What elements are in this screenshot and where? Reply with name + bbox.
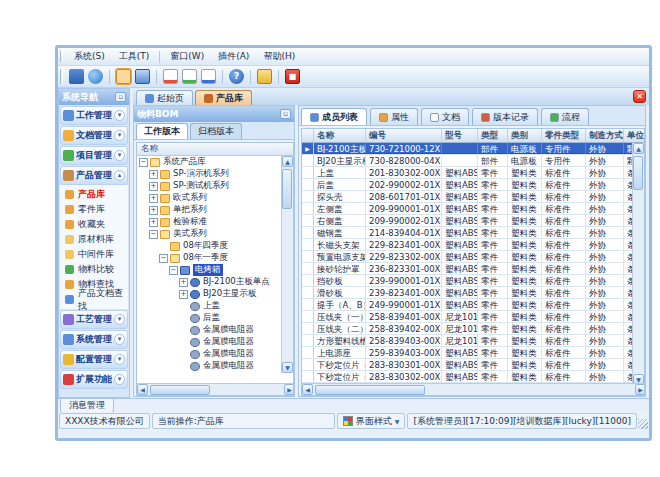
tree-node[interactable]: +检验标准 xyxy=(137,216,283,228)
grid-horizontal-scrollbar[interactable]: ◀ ▶ xyxy=(302,383,645,395)
column-header-单位[interactable]: 单位 xyxy=(624,129,645,142)
tree-node[interactable]: +BJ20主显示板 xyxy=(137,288,283,300)
lock-icon[interactable] xyxy=(257,69,272,84)
monitor-icon[interactable] xyxy=(135,69,150,84)
tree-node[interactable]: −美式系列 xyxy=(137,228,283,240)
tree-node[interactable]: +单把系列 xyxy=(137,204,283,216)
table-row[interactable]: 压线夹（一）258-839401-00X尼龙1010零件塑料类标准件外协条 xyxy=(302,311,633,323)
table-row[interactable]: 下秒定位片（右）283-830302-00X塑料ABS零件塑料类标准件外协条 xyxy=(302,371,633,383)
table-row[interactable]: 后盖202-990002-01X塑料ABS零件塑料类标准件外协条 xyxy=(302,179,633,191)
sidebar-section-工艺管理[interactable]: 工艺管理▾ xyxy=(60,310,128,329)
table-row[interactable]: 上电源座259-839403-00X塑料ABS零件塑料类标准件外协条 xyxy=(302,347,633,359)
table-row[interactable]: 磁钢盖214-839404-01X塑料ABS零件塑料类标准件外协条 xyxy=(302,227,633,239)
settings-icon[interactable] xyxy=(69,69,84,84)
sidebar-section-工作管理[interactable]: 工作管理▾ xyxy=(60,106,128,125)
tab-起始页[interactable]: 起始页 xyxy=(136,90,193,105)
chevron-down-icon[interactable]: ▾ xyxy=(114,354,125,365)
globe-icon[interactable] xyxy=(88,69,103,84)
expand-plus-icon[interactable]: + xyxy=(149,170,158,179)
report-blue-icon[interactable] xyxy=(201,69,216,84)
sidebar-item-产品文档查找[interactable]: 产品文档查找 xyxy=(60,292,128,307)
tab-成员列表[interactable]: 成员列表 xyxy=(301,108,367,125)
tab-文档[interactable]: 文档 xyxy=(421,108,469,125)
scroll-left-icon[interactable]: ◀ xyxy=(137,384,148,395)
tree-node[interactable]: −系统产品库 xyxy=(137,156,283,168)
sidebar-section-产品管理[interactable]: 产品管理▴ xyxy=(60,166,128,185)
table-row[interactable]: 接砂轮护罩236-823301-00X塑料ABS零件塑料类标准件外协条 xyxy=(302,263,633,275)
expand-plus-icon[interactable]: + xyxy=(149,206,158,215)
menu-grip[interactable] xyxy=(60,51,63,63)
column-header-类型[interactable]: 类型 xyxy=(478,129,508,142)
scroll-left-icon[interactable]: ◀ xyxy=(302,384,313,395)
table-row[interactable]: 滑砂板239-823401-00X塑料ABS零件塑料类标准件外协条 xyxy=(302,287,633,299)
sidebar-section-扩展功能[interactable]: 扩展功能▾ xyxy=(60,370,128,389)
table-row[interactable]: 探头壳208-601701-01X塑料ABS零件塑料类标准件外协条 xyxy=(302,191,633,203)
sidebar-item-物料比较[interactable]: 物料比较 xyxy=(60,262,128,277)
collapse-minus-icon[interactable]: − xyxy=(139,158,148,167)
sidebar-section-系统管理[interactable]: 系统管理▾ xyxy=(60,330,128,349)
grid-hscroll-thumb[interactable] xyxy=(315,385,425,395)
menu-item-2[interactable]: 工具(T) xyxy=(112,48,157,65)
tree-node[interactable]: 后盖 xyxy=(137,312,283,324)
open-folder-icon[interactable] xyxy=(116,69,131,84)
expand-plus-icon[interactable]: + xyxy=(179,278,188,287)
sidebar-item-中间件库[interactable]: 中间件库 xyxy=(60,247,128,262)
table-row[interactable]: 左侧盖209-990001-01X塑料ABS零件塑料类标准件外协条 xyxy=(302,203,633,215)
tree-node[interactable]: +SP-演示机系列 xyxy=(137,168,283,180)
scroll-down-icon[interactable]: ▼ xyxy=(282,362,293,373)
message-manager-tab[interactable]: 消息管理 xyxy=(60,399,114,413)
tab-工作版本[interactable]: 工作版本 xyxy=(136,123,188,139)
sidebar-item-收藏夹[interactable]: 收藏夹 xyxy=(60,217,128,232)
table-row[interactable]: 右侧盖209-990002-01X塑料ABS零件塑料类标准件外协条 xyxy=(302,215,633,227)
tree-node[interactable]: 08年四季度 xyxy=(137,240,283,252)
toolbar-grip[interactable] xyxy=(60,69,63,84)
scroll-right-icon[interactable]: ▶ xyxy=(284,384,294,395)
chevron-down-icon[interactable]: ▾ xyxy=(114,110,125,121)
column-header-类别[interactable]: 类别 xyxy=(508,129,542,142)
tab-版本记录[interactable]: 版本记录 xyxy=(472,108,538,125)
tree-column-header[interactable]: 名称 xyxy=(137,143,293,156)
sidebar-section-配置管理[interactable]: 配置管理▾ xyxy=(60,350,128,369)
tree-horizontal-scrollbar[interactable]: ◀ ▶ xyxy=(137,383,294,395)
scroll-up-icon[interactable]: ▲ xyxy=(633,143,644,154)
menu-item-4[interactable]: 插件(A) xyxy=(211,48,256,65)
chevron-down-icon[interactable]: ▾ xyxy=(114,374,125,385)
sidebar-section-文档管理[interactable]: 文档管理▾ xyxy=(60,126,128,145)
help-icon[interactable]: ? xyxy=(229,69,244,84)
chevron-down-icon[interactable]: ▾ xyxy=(114,334,125,345)
ui-style-selector[interactable]: 界面样式 ▼ xyxy=(337,413,406,429)
table-row[interactable]: 方形塑料线槽258-839403-00X尼龙1010零件塑料类标准件外协条 xyxy=(302,335,633,347)
sidebar-item-原材料库[interactable]: 原材料库 xyxy=(60,232,128,247)
collapse-minus-icon[interactable]: − xyxy=(159,254,168,263)
tree-node[interactable]: +BJ-2100主板单点 xyxy=(137,276,283,288)
tree-node[interactable]: +欧式系列 xyxy=(137,192,283,204)
tab-归档版本[interactable]: 归档版本 xyxy=(190,123,242,139)
expand-plus-icon[interactable]: + xyxy=(149,182,158,191)
table-row[interactable]: 上盖201-830302-00X塑料ABS零件塑料类标准件外协条 xyxy=(302,167,633,179)
table-row[interactable]: 挡砂板239-990001-01X塑料ABS零件塑料类标准件外协条 xyxy=(302,275,633,287)
sidebar-collapse-icon[interactable]: ▫ xyxy=(115,92,126,102)
table-row[interactable]: 压线夹（二）258-839402-00X尼龙1010零件塑料类标准件外协条 xyxy=(302,323,633,335)
report-red-icon[interactable] xyxy=(163,69,178,84)
collapse-minus-icon[interactable]: − xyxy=(169,266,178,275)
menu-item-1[interactable]: 系统(S) xyxy=(67,48,112,65)
chevron-down-icon[interactable]: ▾ xyxy=(114,314,125,325)
sidebar-section-项目管理[interactable]: 项目管理▾ xyxy=(60,146,128,165)
column-header-型号[interactable]: 型号 xyxy=(442,129,478,142)
table-row[interactable]: 下秒定位片（左）283-830301-00X塑料ABS零件塑料类标准件外协条 xyxy=(302,359,633,371)
tree-node[interactable]: −08年一季度 xyxy=(137,252,283,264)
sidebar-item-产品库[interactable]: 产品库 xyxy=(60,187,128,202)
tab-产品库[interactable]: 产品库 xyxy=(195,90,252,105)
tree-node[interactable]: 上盖 xyxy=(137,300,283,312)
close-tab-icon[interactable]: ✕ xyxy=(633,90,646,103)
report-green-icon[interactable] xyxy=(182,69,197,84)
tab-属性[interactable]: 属性 xyxy=(370,108,418,125)
tree-node[interactable]: 金属膜电阻器 xyxy=(137,348,283,360)
table-row[interactable]: BJ20主显示板730-828000-04X部件电源板专用件外协颗 xyxy=(302,155,633,167)
grid-vertical-scrollbar[interactable]: ▲ ▼ xyxy=(632,143,644,385)
grid-scroll-thumb[interactable] xyxy=(633,156,643,190)
column-header-编号[interactable]: 编号 xyxy=(366,129,442,142)
scroll-up-icon[interactable]: ▲ xyxy=(282,156,293,167)
chevron-down-icon[interactable]: ▾ xyxy=(114,130,125,141)
table-row[interactable]: 提手（A、B）249-990001-01X塑料ABS零件塑料类标准件外协条 xyxy=(302,299,633,311)
